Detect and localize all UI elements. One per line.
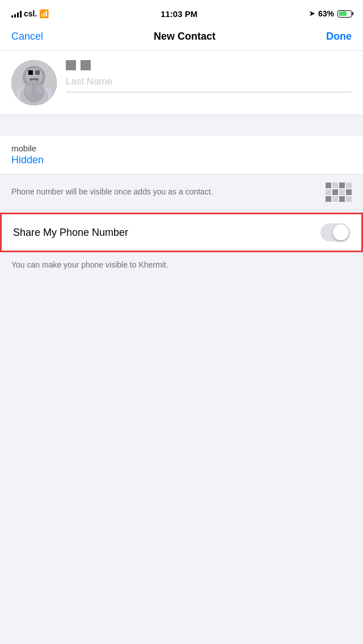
avatar[interactable] [11,60,57,105]
svg-rect-3 [28,70,33,75]
status-bar: csl. 📶 11:03 PM ➤ 63% [0,0,363,25]
info-box: Phone number will be visible once adds y… [0,175,363,210]
svg-rect-4 [35,70,40,75]
carrier-label: csl. [24,9,37,18]
signal-bars [11,10,22,18]
location-icon: ➤ [309,10,315,18]
first-name-pixelated-2 [81,60,91,70]
cancel-button[interactable]: Cancel [11,31,43,43]
bottom-fill [0,275,363,445]
contact-fields [66,60,352,92]
signal-bar-4 [20,11,22,18]
last-name-input[interactable] [66,71,352,92]
section-separator [0,115,363,135]
footer-text: You can make your phone visible to Kherm… [0,255,363,275]
nav-bar: Cancel New Contact Done [0,25,363,51]
phone-label: mobile [11,143,352,153]
first-name-pixelated [66,60,76,70]
footer-label: You can make your phone visible to Kherm… [11,260,168,269]
share-phone-row: Share My Phone Number [0,213,363,252]
info-text: Phone number will be visible once adds y… [11,187,319,198]
signal-bar-1 [11,15,13,18]
battery-percentage: 63% [318,9,334,18]
phone-value: Hidden [11,154,352,166]
status-time: 11:03 PM [161,9,197,19]
name-row [66,60,352,70]
toggle-knob [333,224,349,240]
done-button[interactable]: Done [326,31,352,43]
avatar-image [11,60,57,105]
share-phone-toggle[interactable] [320,223,350,242]
battery-icon [337,10,352,18]
contact-thumbnail [326,183,352,202]
svg-rect-9 [25,85,32,94]
page-title: New Contact [154,31,216,43]
status-right: ➤ 63% [309,9,352,18]
status-left: csl. 📶 [11,9,49,18]
contact-form-section [0,51,363,115]
phone-section: mobile Hidden [0,135,363,175]
signal-bar-3 [17,12,19,18]
wifi-icon: 📶 [39,9,49,18]
avatar-svg [11,60,57,105]
svg-rect-10 [36,85,43,94]
share-phone-label: Share My Phone Number [13,227,128,239]
signal-bar-2 [14,14,16,18]
